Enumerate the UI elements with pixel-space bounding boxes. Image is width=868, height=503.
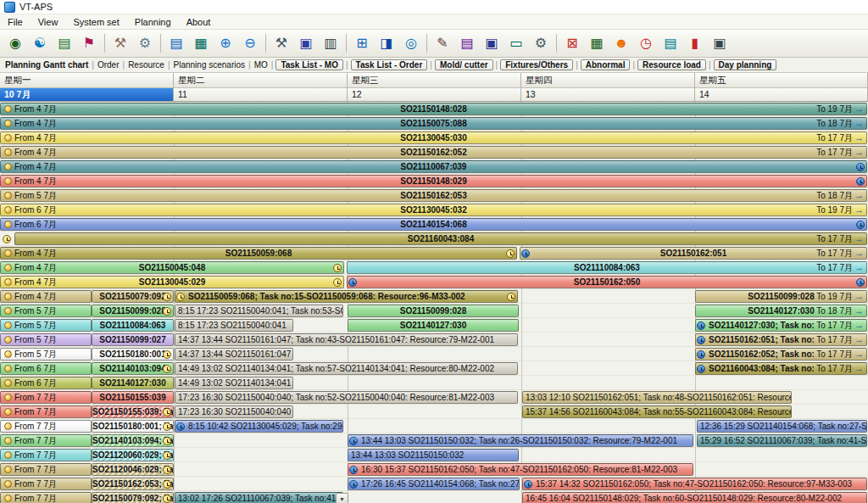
scroll-down-button[interactable]: ▼ [336,493,348,503]
day-date-cell[interactable]: 11 [174,88,347,101]
gantt-bar[interactable]: From 4 7月SO21150162:052To 17 7月→ [0,146,867,159]
tab-task-list-mo[interactable]: Task List - MO [275,59,343,70]
tab-planning-gantt-chart[interactable]: Planning Gantt chart [3,60,91,70]
tab-abnormal[interactable]: Abnormal [581,59,631,70]
gantt-bar[interactable]: 16:45 16:04 SO21150148:029; Task no:60-S… [522,492,867,503]
gantt-bar[interactable]: SO21150079:092; Task n... [92,492,174,503]
gantt-bar[interactable]: 8:15 10:42 SO21130045:029; Task no:29-SO… [175,420,343,433]
menu-system-set[interactable]: System set [65,17,126,27]
day-name-cell[interactable]: 星期五 [695,73,867,88]
menu-view[interactable]: View [31,17,66,27]
floppy-icon[interactable]: ▣ [294,31,318,55]
gantt-bar[interactable]: 14:37 13:44 SO21150161:047 [175,348,293,360]
gantt-bar[interactable]: 15:37 14:56 SO21160043:084; Task no:55-S… [522,405,792,418]
gantt-bar[interactable]: SO21140127:030To 18 7月→ [695,305,867,317]
table-grid-icon[interactable]: ⊞ [350,31,374,55]
tab-planning-scenarios[interactable]: Planning scenarios [171,60,248,70]
gantt-bar[interactable]: From 6 7月SO21140154:068 [0,218,867,231]
day-date-cell[interactable]: 12 [348,88,520,101]
excel-export-icon[interactable]: ▦ [585,31,609,55]
gantt-bar[interactable]: SO21150162:052; Task no:4...To 17 7月→ [695,348,867,360]
zoom-out-icon[interactable]: ⊖ [238,31,262,55]
day-date-cell[interactable]: 10 7月 [0,88,173,101]
gantt-bar[interactable]: From 5 7月SO21150162:053To 18 7月→ [0,189,867,202]
day-name-cell[interactable]: 星期三 [348,73,520,88]
gantt-bar[interactable]: From 5 7月 [0,319,92,332]
users-icon[interactable]: ☻ [609,31,633,55]
gantt-bar[interactable]: SO21150099:028 [348,305,519,317]
day-name-cell[interactable]: 星期一 [0,73,173,88]
monitor-icon[interactable]: ▭ [504,31,528,55]
gantt-bar[interactable]: From 4 7月 [0,290,92,303]
gantt-bar[interactable]: From 6 7月 [0,362,92,375]
bookmark-icon[interactable]: ⚑ [77,31,101,55]
scenario-icon[interactable]: ☯ [28,31,52,55]
gantt-bar[interactable]: SO21120046:029; Task n... [92,463,174,476]
clipboard-icon[interactable]: ▤ [455,31,479,55]
gantt-bar[interactable] [2,232,14,245]
gantt-bar[interactable]: From 7 7月 [0,420,92,433]
work-center-icon[interactable]: ⚒ [108,31,132,55]
menu-about[interactable]: About [179,17,219,27]
gantt-bar[interactable]: From 7 7月 [0,449,92,461]
gantt-bar[interactable]: From 7 7月 [0,463,92,476]
globe-icon[interactable]: ◎ [399,31,423,55]
gantt-bar[interactable]: SO21150162:053; Task n... [92,478,174,490]
gantt-bar[interactable]: 14:49 13:02 SO21140134:041; Task no:57-S… [175,362,518,375]
window-icon[interactable]: ◨ [375,31,398,55]
tab-task-list-order[interactable]: Task List - Order [351,59,428,70]
disk-icon[interactable]: ▣ [708,31,732,55]
monitor-settings-icon[interactable]: ⚙ [529,31,553,55]
gantt-bar[interactable]: SO21150059:068; Task no:15-SO21150059:06… [175,290,518,303]
red-book-icon[interactable]: ▮ [683,31,707,55]
gantt-list-icon[interactable]: ▤ [164,31,188,55]
gantt-bar[interactable]: SO21150180:001 [92,348,174,360]
cards-icon[interactable]: ▤ [659,31,682,55]
gantt-bar[interactable]: SO21160043:084To 17 7月→ [14,232,867,245]
gantt-bar[interactable]: SO21140103:094; Task n... [92,434,174,447]
gantt-bar[interactable]: SO21150099:027 [92,333,174,346]
gantt-bar[interactable]: SO21150180:001; Task n... [92,420,174,433]
tab-day-planning[interactable]: Day planning [714,59,777,70]
gantt-bar[interactable]: From 4 7月SO21150059:068 [0,247,517,260]
save-icon[interactable]: ▣ [480,31,504,55]
day-date-cell[interactable]: 13 [521,88,694,101]
gantt-bar[interactable]: From 4 7月SO21150148:029 [0,175,867,187]
gantt-bar[interactable]: 17:23 16:30 SO21150040:040; Task no:52-S… [175,391,518,404]
gantt-bar[interactable]: 13:02 17:26 SO21110067:039; Task no:41-S… [175,492,343,503]
gantt-bar[interactable]: SO21150079:092 [92,290,174,303]
tab-resource-load[interactable]: Resource load [637,59,706,70]
gantt-bar[interactable]: SO21140127:030; Task no:2...To 17 7月→ [695,319,867,332]
gantt-bar[interactable]: From 4 7月SO21130045:030To 17 7月→ [0,131,867,144]
gantt-bar[interactable]: 14:37 13:44 SO21150161:047; Task no:43-S… [175,333,518,346]
gantt-bar[interactable]: SO21150162:050 [347,276,867,288]
gantt-bar[interactable]: From 6 7月SO21130045:032To 19 7月→ [0,204,867,216]
gantt-bar[interactable]: 12:36 15:29 SO21140154:068; Task no:27-S… [697,420,867,433]
menu-file[interactable]: File [0,17,31,27]
tab-mo[interactable]: MO [252,60,270,70]
gantt-bar[interactable]: From 4 7月SO21150045:048 [0,261,344,274]
menu-planning[interactable]: Planning [127,17,179,27]
gantt-bar[interactable]: From 4 7月SO21130045:029 [0,276,344,288]
gantt-bar[interactable]: 13:44 13:03 SO21150150:032; Task no:26-S… [348,434,693,447]
hammer-icon[interactable]: ⚒ [270,31,293,55]
printer-icon[interactable]: ▥ [319,31,342,55]
zoom-in-icon[interactable]: ⊕ [214,31,237,55]
gantt-bar[interactable]: 8:15 17:23 SO21150040:041 [175,319,293,332]
tab-resource[interactable]: Resource [125,60,167,70]
gantt-bar[interactable]: SO21150162:051To 17 7月→ [520,247,867,260]
gantt-bar[interactable]: 17:26 16:45 SO21140154:068; Task no:27-S… [348,478,520,490]
gantt-bar[interactable]: 15:37 14:32 SO21150162:050; Task no:47-S… [522,478,867,490]
tab-fixtures-others[interactable]: Fixtures/Others [500,59,573,70]
gantt-bar[interactable]: SO21120060:029; Task n... [92,449,174,461]
gantt-bar[interactable]: SO21110084:063 [92,319,174,332]
gantt-bar[interactable]: SO21110084:063To 17 7月→ [347,261,867,274]
planning-run-icon[interactable]: ◉ [3,31,27,55]
green-book-icon[interactable]: ▤ [53,31,76,55]
gantt-bar[interactable]: From 5 7月 [0,333,92,346]
gantt-bar[interactable]: From 7 7月 [0,405,92,418]
gantt-bar[interactable]: SO21140127:030 [92,377,174,389]
gantt-bar[interactable]: SO21150155:039 [92,391,174,404]
gantt-bar[interactable]: SO21160043:084; Task no:5...To 17 7月→ [695,362,867,375]
gantt-bar[interactable]: From 7 7月 [0,492,92,503]
